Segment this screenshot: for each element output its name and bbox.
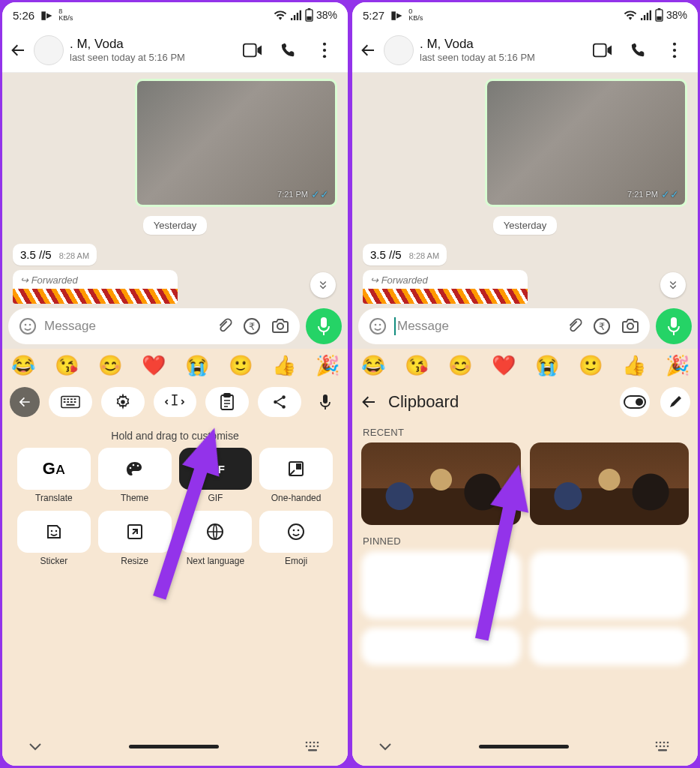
avatar[interactable] (384, 35, 414, 65)
chat-body[interactable]: 7:21 PM✓✓ Yesterday 3.5 //5 8:28 AM ↪ Fo… (352, 73, 698, 304)
toolbar-settings-icon[interactable] (101, 387, 145, 417)
tile-theme[interactable] (98, 448, 172, 490)
emoji[interactable]: 😘 (55, 354, 79, 377)
tile-emoji[interactable] (259, 511, 333, 553)
emoji[interactable]: 😊 (448, 354, 472, 377)
phone-left: 5:26 ▮▸ 8KB/s 38% . M, Voda last seen to… (2, 2, 348, 766)
emoji-icon[interactable] (369, 317, 387, 335)
svg-rect-51 (308, 749, 317, 751)
svg-point-59 (370, 319, 385, 334)
tile-resize[interactable] (98, 511, 172, 553)
clipboard-back-icon[interactable] (360, 393, 378, 411)
emoji[interactable]: 😭 (185, 354, 209, 377)
svg-rect-3 (244, 44, 256, 56)
message-input[interactable]: Message ₹ (358, 308, 650, 344)
rupee-icon[interactable]: ₹ (593, 317, 611, 335)
clipboard-edit-icon[interactable] (660, 387, 690, 417)
forwarded-bubble[interactable]: ↪ Forwarded (13, 270, 178, 289)
svg-point-24 (121, 400, 125, 404)
more-icon[interactable] (315, 40, 334, 60)
svg-point-8 (25, 324, 27, 326)
cursor (394, 317, 396, 335)
mic-button[interactable] (656, 308, 692, 344)
avatar[interactable] (34, 35, 64, 65)
svg-rect-53 (658, 8, 661, 10)
toolbar-back-button[interactable] (10, 387, 40, 417)
voice-call-icon[interactable] (279, 40, 298, 60)
svg-point-56 (673, 42, 676, 45)
forwarded-image[interactable] (363, 289, 528, 304)
toolbar-clipboard-icon[interactable] (205, 387, 249, 417)
message-bubble[interactable]: 3.5 //5 8:28 AM (13, 244, 97, 266)
emoji-icon[interactable] (19, 317, 37, 335)
signal-icon (640, 10, 652, 20)
message-input[interactable]: Message ₹ (8, 308, 300, 344)
tile-sticker[interactable] (17, 511, 91, 553)
clipboard-image-item[interactable] (530, 442, 690, 525)
keyboard-toggle-icon[interactable] (654, 740, 672, 752)
toolbar-share-icon[interactable] (258, 387, 301, 417)
emoji[interactable]: 😭 (535, 354, 559, 377)
clipboard-toggle[interactable] (620, 387, 650, 417)
attach-icon[interactable] (216, 317, 232, 335)
svg-point-12 (277, 323, 283, 329)
video-call-icon[interactable] (593, 40, 612, 60)
more-icon[interactable] (665, 40, 684, 60)
attach-icon[interactable] (566, 317, 582, 335)
clipboard-text-item[interactable] (530, 628, 690, 665)
emoji[interactable]: 👍 (622, 354, 646, 377)
forwarded-bubble[interactable]: ↪ Forwarded (363, 270, 528, 289)
emoji[interactable]: 🎉 (316, 354, 340, 377)
scroll-down-button[interactable] (310, 272, 336, 298)
toolbar-voice-icon[interactable] (310, 387, 340, 417)
emoji[interactable]: 🙂 (229, 354, 253, 377)
nav-handle[interactable] (479, 745, 569, 748)
emoji[interactable]: ❤️ (142, 354, 166, 377)
svg-point-41 (293, 530, 295, 532)
video-call-icon[interactable] (243, 40, 262, 60)
toolbar-keyboard-icon[interactable] (49, 387, 92, 417)
emoji[interactable]: 👍 (272, 354, 296, 377)
message-input-row: Message ₹ (2, 304, 348, 349)
emoji[interactable]: 😂 (11, 354, 35, 377)
message-bubble[interactable]: 3.5 //5 8:28 AM (363, 244, 447, 266)
keyboard-toggle-icon[interactable] (304, 740, 322, 752)
mic-button[interactable] (306, 308, 342, 344)
voice-call-icon[interactable] (629, 40, 648, 60)
emoji[interactable]: 🎉 (666, 354, 690, 377)
svg-rect-21 (70, 401, 73, 403)
chat-body[interactable]: 7:21 PM✓✓ Yesterday 3.5 //5 8:28 AM ↪ Fo… (2, 73, 348, 304)
tools-row-1: Gᴀ GIF (2, 448, 348, 490)
emoji[interactable]: 🙂 (579, 354, 603, 377)
svg-point-60 (375, 324, 377, 326)
clipboard-text-item[interactable] (530, 551, 690, 619)
phone-right: 5:27 ▮▸ 0KB/s 38% . M, Voda last seen to… (352, 2, 698, 766)
sent-image[interactable]: 7:21 PM✓✓ (485, 79, 687, 207)
toolbar-textedit-icon[interactable] (154, 387, 197, 417)
collapse-icon[interactable] (28, 741, 43, 752)
status-bar: 5:27 ▮▸ 0KB/s 38% (352, 2, 698, 28)
camera-icon[interactable] (271, 317, 289, 335)
svg-point-32 (132, 464, 134, 466)
tile-onehanded[interactable] (259, 448, 333, 490)
scroll-down-button[interactable] (660, 272, 686, 298)
emoji[interactable]: 😂 (361, 354, 385, 377)
rupee-icon[interactable]: ₹ (243, 317, 261, 335)
clipboard-text-item[interactable] (361, 628, 521, 665)
back-icon[interactable] (8, 40, 28, 60)
chat-header: . M, Voda last seen today at 5:16 PM (2, 28, 348, 73)
collapse-icon[interactable] (378, 741, 393, 752)
tile-translate[interactable]: Gᴀ (17, 448, 91, 490)
emoji[interactable]: 😘 (405, 354, 429, 377)
chat-title-block[interactable]: . M, Voda last seen today at 5:16 PM (420, 37, 535, 63)
chat-title-block[interactable]: . M, Voda last seen today at 5:16 PM (70, 37, 185, 63)
svg-point-68 (656, 742, 658, 744)
sent-image[interactable]: 7:21 PM✓✓ (135, 79, 337, 207)
camera-icon[interactable] (621, 317, 639, 335)
forwarded-image[interactable] (13, 289, 178, 304)
nav-handle[interactable] (129, 745, 219, 748)
clipboard-title: Clipboard (388, 392, 459, 412)
emoji[interactable]: ❤️ (492, 354, 516, 377)
back-icon[interactable] (358, 40, 378, 60)
emoji[interactable]: 😊 (98, 354, 122, 377)
